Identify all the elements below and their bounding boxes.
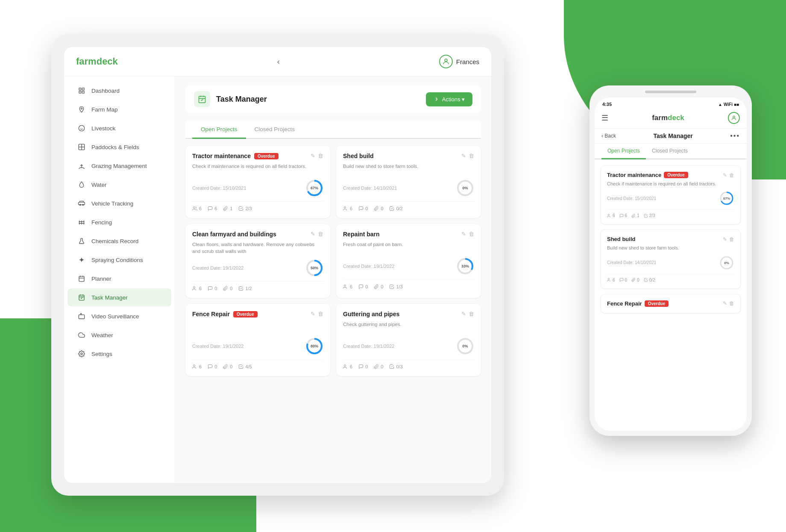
planner-icon — [77, 274, 86, 283]
delete-icon[interactable]: 🗑 — [318, 311, 323, 317]
card-footer: Created Date: 19/1/2022 0% — [343, 337, 474, 355]
edit-icon[interactable]: ✎ — [311, 231, 315, 237]
mobile-delete-icon[interactable]: 🗑 — [729, 172, 734, 178]
settings-icon — [77, 349, 86, 359]
card-actions: ✎ 🗑 — [311, 153, 323, 159]
sidebar-item-water[interactable]: Water — [67, 176, 171, 194]
main-content: Task Manager Actions ▾ Open Projects Clo… — [175, 76, 491, 483]
sidebar-item-task-manager[interactable]: Task Manager — [67, 288, 171, 306]
mobile-tab-closed[interactable]: Closed Projects — [646, 144, 694, 159]
sidebar-item-weather[interactable]: Weather — [67, 326, 171, 344]
card-desc: Check if maintenance is required on all … — [192, 163, 323, 175]
sidebar-item-vehicle[interactable]: Vehicle Tracking — [67, 194, 171, 212]
sidebar-item-livestock[interactable]: Livestock — [67, 119, 171, 137]
edit-icon[interactable]: ✎ — [311, 311, 315, 317]
progress-text: 80% — [311, 344, 318, 348]
sidebar-item-planner[interactable]: Planner — [67, 270, 171, 288]
mobile-meta-subtasks: 2/3 — [644, 213, 655, 218]
card-header: Shed build ✎ 🗑 — [343, 153, 474, 159]
sidebar-item-grazing[interactable]: Grazing Management — [67, 157, 171, 175]
meta-subtasks: 0/3 — [389, 364, 402, 369]
sidebar-item-farm-map[interactable]: Farm Map — [67, 100, 171, 118]
meta-comments: 0 — [358, 364, 368, 369]
mobile-card-actions: ✎ 🗑 — [723, 172, 734, 178]
card-header: Guttering and pipes ✎ 🗑 — [343, 311, 474, 317]
progress-circle: 50% — [305, 259, 323, 277]
delete-icon[interactable]: 🗑 — [318, 231, 323, 237]
fencing-icon — [77, 218, 86, 227]
edit-icon[interactable]: ✎ — [461, 153, 466, 159]
tab-open-projects[interactable]: Open Projects — [192, 121, 246, 139]
sidebar-item-spraying[interactable]: Spraying Conditions — [67, 251, 171, 269]
actions-button[interactable]: Actions ▾ — [426, 92, 472, 106]
mobile-delete-icon[interactable]: 🗑 — [729, 300, 734, 306]
mobile-back-button[interactable]: ‹ Back — [601, 133, 616, 139]
mobile-progress-text: 67% — [723, 197, 730, 200]
mobile-user-icon[interactable] — [728, 112, 740, 124]
delete-icon[interactable]: 🗑 — [318, 153, 323, 159]
card-title-row: Guttering and pipes — [343, 311, 399, 317]
mobile-logo: farmdeck — [652, 114, 684, 122]
card-actions: ✎ 🗑 — [461, 231, 474, 237]
page-header: Task Manager Actions ▾ — [185, 85, 481, 113]
sidebar-item-fencing[interactable]: Fencing — [67, 213, 171, 231]
meta-comments: 6 — [208, 206, 217, 211]
mobile-page-title: Task Manager — [653, 132, 692, 139]
mobile-card-shed: Shed build ✎ 🗑 Build new shed to store f… — [601, 229, 741, 288]
card-header: Tractor maintenance Overdue ✎ 🗑 — [192, 153, 323, 159]
svg-rect-30 — [199, 96, 205, 103]
sidebar-item-settings[interactable]: Settings — [67, 345, 171, 363]
card-date: Created Date: 19/1/2022 — [192, 344, 243, 349]
mobile-card-header: Tractor maintenance Overdue ✎ 🗑 — [607, 172, 734, 178]
mobile-edit-icon[interactable]: ✎ — [723, 172, 727, 178]
mobile-tabs: Open Projects Closed Projects — [595, 144, 747, 159]
tablet-back-button[interactable]: ‹ — [277, 57, 280, 66]
mobile-menu-icon[interactable]: ☰ — [601, 113, 608, 123]
task-card-tractor: Tractor maintenance Overdue ✎ 🗑 Check if… — [185, 146, 330, 218]
card-title: Shed build — [343, 153, 374, 159]
actions-label: Actions ▾ — [442, 96, 465, 103]
card-title: Tractor maintenance — [192, 153, 251, 159]
edit-icon[interactable]: ✎ — [461, 231, 466, 237]
svg-rect-10 — [79, 202, 85, 205]
svg-point-41 — [194, 287, 195, 288]
mobile-meta-attachments: 0 — [631, 278, 639, 282]
card-actions: ✎ 🗑 — [311, 311, 323, 317]
card-actions: ✎ 🗑 — [461, 311, 474, 317]
task-card-fence: Fence Repair Overdue ✎ 🗑 Created Date: 1… — [185, 304, 330, 376]
tablet-header: farmdeck ‹ Frances — [64, 47, 491, 76]
sidebar-item-paddocks[interactable]: Paddocks & Fields — [67, 138, 171, 156]
sidebar-item-surveillance[interactable]: Video Surveillance — [67, 307, 171, 325]
mobile-more-button[interactable]: ••• — [730, 132, 740, 140]
project-tabs: Open Projects Closed Projects — [185, 121, 481, 139]
meta-attachments: 0 — [374, 284, 383, 289]
card-footer: Created Date: 19/1/2022 50% — [192, 259, 323, 277]
delete-icon[interactable]: 🗑 — [469, 231, 474, 237]
delete-icon[interactable]: 🗑 — [469, 153, 474, 159]
sidebar-item-dashboard[interactable]: Dashboard — [67, 82, 171, 100]
sidebar-label-task-manager: Task Manager — [91, 294, 128, 301]
mobile-edit-icon[interactable]: ✎ — [723, 300, 727, 306]
grazing-icon — [77, 161, 86, 170]
svg-point-55 — [608, 279, 609, 280]
tablet-device: farmdeck ‹ Frances Dashboar — [51, 34, 504, 496]
mobile-edit-icon[interactable]: ✎ — [723, 236, 727, 242]
svg-point-29 — [81, 353, 82, 355]
edit-icon[interactable]: ✎ — [461, 311, 466, 317]
sidebar-item-chemicals[interactable]: Chemicals Record — [67, 232, 171, 250]
card-footer: Created Date: 19/1/2022 80% — [192, 337, 323, 355]
mobile-overdue-badge: Overdue — [664, 172, 688, 178]
meta-subtasks: 4/5 — [238, 364, 252, 369]
meta-subtasks: 2/3 — [238, 206, 252, 211]
meta-attachments: 0 — [223, 286, 232, 291]
mobile-card-fence: Fence Repair Overdue ✎ 🗑 — [601, 294, 741, 313]
mobile-card-date: Created Date: 14/10/2021 — [607, 260, 656, 265]
mobile-delete-icon[interactable]: 🗑 — [729, 236, 734, 242]
delete-icon[interactable]: 🗑 — [469, 311, 474, 317]
mobile-card-meta: 6 6 1 2/3 — [607, 209, 734, 218]
mobile-tab-open[interactable]: Open Projects — [601, 144, 646, 159]
edit-icon[interactable]: ✎ — [311, 153, 315, 159]
tab-closed-projects[interactable]: Closed Projects — [246, 121, 304, 139]
tablet-logo: farmdeck — [76, 56, 118, 67]
progress-text: 0% — [462, 186, 468, 190]
